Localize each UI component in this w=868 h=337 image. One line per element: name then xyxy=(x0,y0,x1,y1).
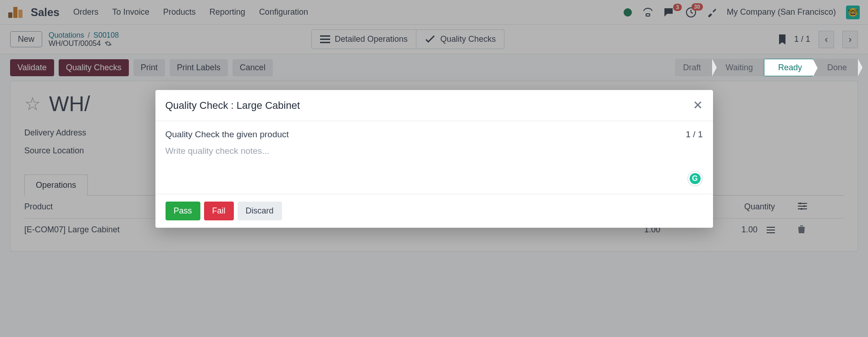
status-ready[interactable]: Ready xyxy=(764,59,813,76)
fail-button[interactable]: Fail xyxy=(204,202,234,220)
modal-title: Quality Check : Large Cabinet xyxy=(166,100,300,112)
grammarly-icon[interactable]: G xyxy=(687,171,703,186)
pass-button[interactable]: Pass xyxy=(166,202,200,220)
close-icon[interactable]: ✕ xyxy=(693,98,703,112)
modal-counter: 1 / 1 xyxy=(686,129,703,140)
modal-overlay: Quality Check : Large Cabinet ✕ Quality … xyxy=(0,0,868,337)
modal-instruction: Quality Check the given product xyxy=(166,129,289,140)
discard-button[interactable]: Discard xyxy=(238,202,282,220)
notes-input[interactable] xyxy=(166,146,703,178)
quality-check-modal: Quality Check : Large Cabinet ✕ Quality … xyxy=(155,90,713,228)
